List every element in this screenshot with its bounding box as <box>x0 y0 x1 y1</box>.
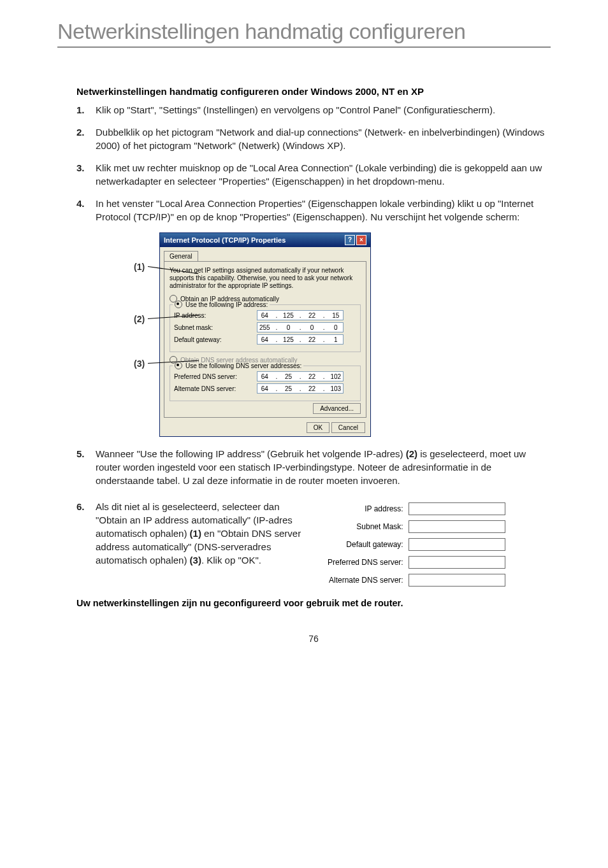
step-text: Wanneer "Use the following IP address" (… <box>96 447 551 487</box>
help-icon[interactable]: ? <box>345 235 355 245</box>
table-input-pref[interactable] <box>409 556 505 569</box>
radio-label: Use the following DNS server addresses: <box>185 362 301 369</box>
step-number: 6. <box>76 500 96 589</box>
closing-statement: Uw netwerkinstellingen zijn nu geconfigu… <box>76 598 551 608</box>
subnet-mask-field[interactable]: 255.0.0.0 <box>257 322 344 332</box>
preferred-dns-field[interactable]: 64.25.22.102 <box>257 371 344 381</box>
radio-use-dns[interactable] <box>175 362 182 369</box>
callout-2: (2) <box>134 314 145 324</box>
step-text: In het venster "Local Area Connection Pr… <box>96 197 551 224</box>
table-label-alt: Alternate DNS server: <box>325 571 406 589</box>
advanced-button[interactable]: Advanced... <box>313 403 361 414</box>
table-input-ip[interactable] <box>409 502 505 515</box>
table-label-ip: IP address: <box>325 500 406 518</box>
label-pref-dns: Preferred DNS server: <box>174 373 257 380</box>
address-info-table: IP address: Subnet Mask: Default gateway… <box>325 500 508 589</box>
tcpip-properties-dialog: Internet Protocol (TCP/IP) Properties ? … <box>159 232 371 437</box>
step-number: 4. <box>76 197 96 224</box>
section-heading: Netwerkinstellingen handmatig configurer… <box>76 86 551 97</box>
step-number: 2. <box>76 125 96 152</box>
table-input-alt[interactable] <box>409 574 505 587</box>
step-text: Als dit niet al is geselecteerd, selecte… <box>96 500 312 567</box>
step-number: 5. <box>76 447 96 487</box>
radio-label: Use the following IP address: <box>185 301 268 308</box>
callout-1: (1) <box>134 262 145 272</box>
table-label-gw: Default gateway: <box>325 536 406 553</box>
step-number: 1. <box>76 103 96 117</box>
step-text: Klik met uw rechter muisknop op de "Loca… <box>96 161 551 188</box>
dialog-figure: (1) (2) (3) Internet Protocol (TCP/IP) P… <box>134 232 551 437</box>
cancel-button[interactable]: Cancel <box>331 422 365 433</box>
label-subnet: Subnet mask: <box>174 324 257 331</box>
dialog-description: You can get IP settings assigned automat… <box>170 267 361 290</box>
dialog-title: Internet Protocol (TCP/IP) Properties <box>164 236 286 244</box>
close-icon[interactable]: × <box>356 235 366 245</box>
step-number: 3. <box>76 161 96 188</box>
page-title: Netwerkinstellingen handmatig configurer… <box>57 19 551 48</box>
table-input-mask[interactable] <box>409 520 505 533</box>
table-input-gw[interactable] <box>409 538 505 551</box>
label-alt-dns: Alternate DNS server: <box>174 385 257 392</box>
ok-button[interactable]: OK <box>307 422 329 433</box>
table-label-pref: Preferred DNS server: <box>325 553 406 571</box>
radio-use-ip[interactable] <box>175 301 182 308</box>
step-text: Klik op "Start", "Settings" (Instellinge… <box>96 103 551 117</box>
callout-3: (3) <box>134 359 145 369</box>
page-number: 76 <box>76 634 551 644</box>
tab-general[interactable]: General <box>164 251 198 261</box>
table-label-mask: Subnet Mask: <box>325 518 406 536</box>
ip-address-field[interactable]: 64.125.22.15 <box>257 310 344 320</box>
step-text: Dubbelklik op het pictogram "Network and… <box>96 125 551 152</box>
label-gateway: Default gateway: <box>174 336 257 343</box>
default-gateway-field[interactable]: 64.125.22.1 <box>257 334 344 345</box>
alternate-dns-field[interactable]: 64.25.22.103 <box>257 383 344 394</box>
